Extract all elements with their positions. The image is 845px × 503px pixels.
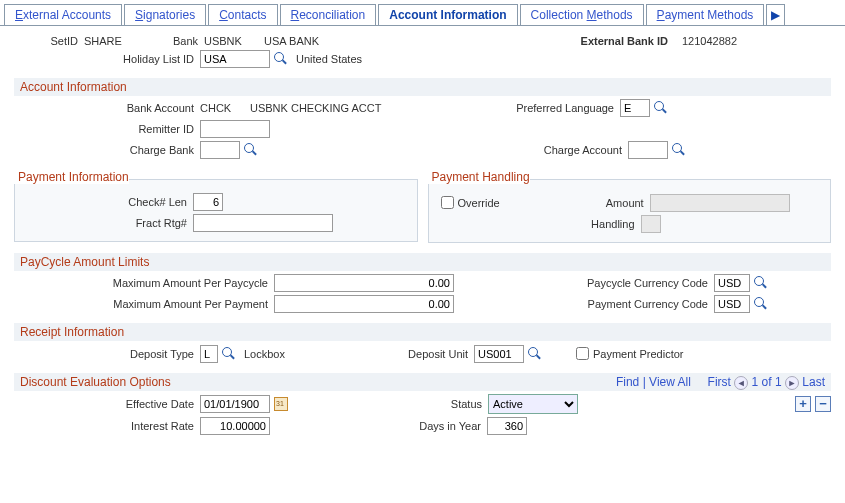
holiday-list-id-desc: United States bbox=[296, 53, 362, 65]
delete-row-button[interactable]: − bbox=[815, 396, 831, 412]
tab-external-accounts[interactable]: External Accounts bbox=[4, 4, 122, 25]
prev-row-icon[interactable]: ◄ bbox=[734, 376, 748, 390]
discount-title-text: Discount Evaluation Options bbox=[20, 375, 171, 389]
charge-account-input[interactable] bbox=[628, 141, 668, 159]
days-in-year-label: Days in Year bbox=[270, 420, 487, 432]
remitter-id-label: Remitter ID bbox=[14, 123, 200, 135]
group-payment-information-title: Payment Information bbox=[14, 170, 129, 184]
external-bank-id-value: 121042882 bbox=[674, 35, 737, 47]
preferred-language-lookup-icon[interactable] bbox=[654, 101, 668, 115]
deposit-type-input[interactable] bbox=[200, 345, 218, 363]
handling-label: Handling bbox=[437, 218, 641, 230]
section-receipt-information: Receipt Information bbox=[14, 323, 831, 341]
deposit-unit-lookup-icon[interactable] bbox=[528, 347, 542, 361]
tab-strip: External Accounts Signatories Contacts R… bbox=[0, 0, 845, 26]
paycycle-currency-label: Paycycle Currency Code bbox=[454, 277, 714, 289]
bank-account-name: USBNK CHECKING ACCT bbox=[250, 102, 450, 114]
bank-code-value: USBNK bbox=[204, 35, 264, 47]
interest-rate-input[interactable] bbox=[200, 417, 270, 435]
nav-position: 1 of 1 bbox=[752, 375, 782, 389]
section-account-information: Account Information bbox=[14, 78, 831, 96]
tab-account-information[interactable]: Account Information bbox=[378, 4, 517, 25]
calendar-icon[interactable] bbox=[274, 397, 288, 411]
tab-collection-methods[interactable]: Collection Methods bbox=[520, 4, 644, 25]
add-row-button[interactable]: + bbox=[795, 396, 811, 412]
first-label: First bbox=[708, 375, 731, 389]
deposit-type-lookup-icon[interactable] bbox=[222, 347, 236, 361]
holiday-list-id-label: Holiday List ID bbox=[14, 53, 200, 65]
charge-account-label: Charge Account bbox=[258, 144, 628, 156]
charge-account-lookup-icon[interactable] bbox=[672, 143, 686, 157]
amount-label: Amount bbox=[500, 197, 650, 209]
tab-scroll-right-icon[interactable]: ▶ bbox=[766, 4, 785, 25]
bank-label: Bank bbox=[164, 35, 204, 47]
override-checkbox[interactable] bbox=[441, 196, 454, 209]
amount-readonly bbox=[650, 194, 790, 212]
override-label: Override bbox=[458, 197, 500, 209]
days-in-year-input[interactable] bbox=[487, 417, 527, 435]
tab-contacts[interactable]: Contacts bbox=[208, 4, 277, 25]
fract-rtg-label: Fract Rtg# bbox=[23, 217, 193, 229]
check-len-label: Check# Len bbox=[23, 196, 193, 208]
deposit-unit-label: Deposit Unit bbox=[394, 348, 474, 360]
group-payment-information: Check# Len Fract Rtg# bbox=[14, 179, 418, 242]
remitter-id-input[interactable] bbox=[200, 120, 270, 138]
holiday-list-id-input[interactable] bbox=[200, 50, 270, 68]
tab-reconciliation[interactable]: Reconciliation bbox=[280, 4, 377, 25]
handling-readonly bbox=[641, 215, 661, 233]
section-paycycle-limits: PayCycle Amount Limits bbox=[14, 253, 831, 271]
group-payment-handling: Override Amount Handling bbox=[428, 179, 832, 243]
max-per-payment-label: Maximum Amount Per Payment bbox=[14, 298, 274, 310]
preferred-language-input[interactable] bbox=[620, 99, 650, 117]
next-row-icon[interactable]: ► bbox=[785, 376, 799, 390]
payment-predictor-label: Payment Predictor bbox=[593, 348, 683, 360]
tab-payment-methods[interactable]: Payment Methods bbox=[646, 4, 765, 25]
bank-account-code: CHCK bbox=[200, 102, 250, 114]
last-label: Last bbox=[802, 375, 825, 389]
fract-rtg-input[interactable] bbox=[193, 214, 333, 232]
find-link[interactable]: Find bbox=[616, 375, 639, 389]
deposit-type-label: Deposit Type bbox=[14, 348, 200, 360]
tab-signatories[interactable]: Signatories bbox=[124, 4, 206, 25]
max-per-paycycle-input[interactable] bbox=[274, 274, 454, 292]
deposit-type-desc: Lockbox bbox=[244, 348, 394, 360]
payment-currency-label: Payment Currency Code bbox=[454, 298, 714, 310]
bank-account-label: Bank Account bbox=[14, 102, 200, 114]
paycycle-currency-input[interactable] bbox=[714, 274, 750, 292]
paycycle-currency-lookup-icon[interactable] bbox=[754, 276, 768, 290]
payment-currency-lookup-icon[interactable] bbox=[754, 297, 768, 311]
check-len-input[interactable] bbox=[193, 193, 223, 211]
max-per-payment-input[interactable] bbox=[274, 295, 454, 313]
charge-bank-lookup-icon[interactable] bbox=[244, 143, 258, 157]
status-select[interactable]: Active bbox=[488, 394, 578, 414]
interest-rate-label: Interest Rate bbox=[14, 420, 200, 432]
max-per-paycycle-label: Maximum Amount Per Paycycle bbox=[14, 277, 274, 289]
charge-bank-input[interactable] bbox=[200, 141, 240, 159]
setid-value: SHARE bbox=[84, 35, 164, 47]
deposit-unit-input[interactable] bbox=[474, 345, 524, 363]
preferred-language-label: Preferred Language bbox=[450, 102, 620, 114]
effective-date-input[interactable] bbox=[200, 395, 270, 413]
charge-bank-label: Charge Bank bbox=[14, 144, 200, 156]
group-payment-handling-title: Payment Handling bbox=[428, 170, 530, 184]
view-all-link[interactable]: View All bbox=[649, 375, 691, 389]
setid-label: SetID bbox=[14, 35, 84, 47]
payment-predictor-checkbox[interactable] bbox=[576, 347, 589, 360]
status-label: Status bbox=[288, 398, 488, 410]
payment-currency-input[interactable] bbox=[714, 295, 750, 313]
bank-name-value: USA BANK bbox=[264, 35, 464, 47]
holiday-list-id-lookup-icon[interactable] bbox=[274, 52, 288, 66]
effective-date-label: Effective Date bbox=[14, 398, 200, 410]
section-discount-evaluation: Discount Evaluation Options Find | View … bbox=[14, 373, 831, 391]
external-bank-id-label: External Bank ID bbox=[464, 35, 674, 47]
